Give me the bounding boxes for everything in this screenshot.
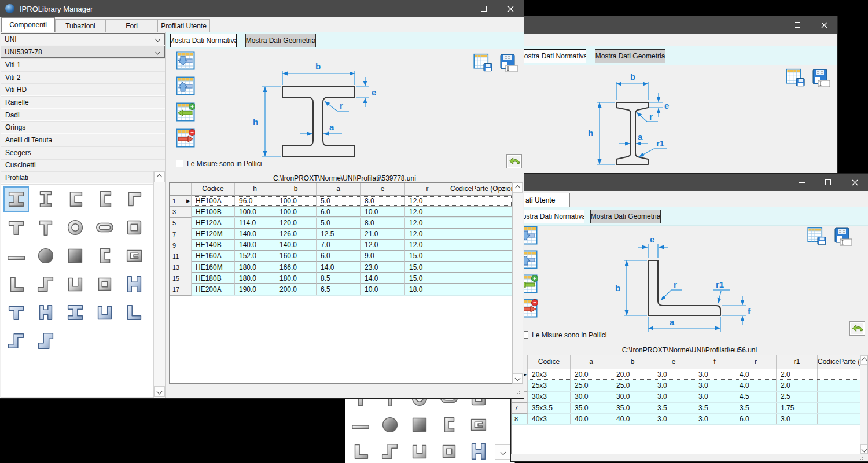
close-button[interactable] — [811, 16, 837, 34]
delete-row-button[interactable] — [176, 128, 195, 149]
undo-button[interactable] — [849, 321, 865, 336]
profile-icon-sqtube2[interactable] — [436, 439, 462, 463]
move-row-up-button[interactable] — [176, 76, 195, 97]
profile-icon-hblue[interactable] — [122, 271, 147, 297]
profile-icon-flat[interactable] — [348, 412, 373, 438]
maximize-button[interactable] — [784, 16, 811, 34]
scroll-down-button[interactable] — [495, 444, 511, 460]
icon-grid-scrollbar[interactable] — [153, 171, 165, 398]
profile-icon-tee2[interactable] — [33, 215, 58, 240]
profile-icon-channel2[interactable] — [92, 186, 117, 212]
profile-icon-ovaltube[interactable] — [92, 215, 117, 240]
profile-icon-sqtube[interactable] — [122, 215, 147, 240]
profile-icon-tee[interactable] — [3, 215, 29, 240]
tab-fori[interactable]: Fori — [106, 19, 157, 32]
scroll-up-button[interactable] — [154, 171, 165, 182]
profile-icon-sqtube2[interactable] — [92, 271, 117, 297]
table-scrollbar[interactable] — [512, 182, 523, 384]
tab-profilati-utente[interactable]: Profilati Utente — [157, 19, 210, 32]
scroll-up-button[interactable] — [513, 183, 523, 193]
table-row-40x3[interactable]: 840x340.040.03.03.06.03.0 — [512, 414, 860, 425]
profile-icon-cspecial[interactable] — [92, 243, 117, 269]
profile-icon-lblue[interactable] — [122, 300, 147, 325]
tab-tubazioni[interactable]: Tubazioni — [55, 19, 106, 32]
add-row-button[interactable] — [176, 102, 195, 123]
maximize-button[interactable] — [470, 0, 497, 17]
category-viti-hd[interactable]: Viti HD — [1, 83, 165, 96]
table-row-20x3[interactable]: 1▶20x320.020.03.03.04.02.0 — [512, 369, 860, 380]
table-row-HE180B[interactable]: 14HE180B180.0180.08.514.015.0 — [170, 273, 513, 284]
profile-icon-round[interactable] — [33, 243, 58, 269]
table-row-HE100A[interactable]: 1▶HE100A96.0100.05.08.012.0 — [170, 196, 512, 207]
table-row-HE140B[interactable]: 8HE140B140.0140.07.012.012.0 — [170, 240, 513, 251]
table-row-30x3[interactable]: 430x330.030.03.03.04.52.5 — [512, 392, 860, 403]
profile-icon-zee[interactable] — [33, 271, 58, 297]
profile-icon-cspecial[interactable] — [436, 412, 462, 438]
show-normativa-button[interactable]: Mostra Dati Normativa — [518, 210, 584, 223]
category-ranelle[interactable]: Ranelle — [1, 96, 165, 109]
table-row-35x3.5[interactable]: 635x3.535.035.03.53.53.51.75 — [512, 403, 860, 414]
table-row-HE160A[interactable]: 10HE160A152.0160.06.09.015.0 — [170, 251, 513, 262]
export-table-button[interactable] — [807, 227, 826, 247]
profile-icon-zee[interactable] — [377, 439, 403, 463]
table-row-HE120M[interactable]: 6HE120M140.0126.012.521.012.0 — [170, 229, 513, 240]
category-dadi[interactable]: Dadi — [1, 109, 165, 122]
table-scrollbar[interactable] — [860, 355, 868, 454]
profile-icon-hblue[interactable] — [466, 439, 491, 463]
profile-icon-flat[interactable] — [3, 243, 29, 269]
profile-icon-ccut[interactable] — [466, 412, 491, 438]
category-viti-1[interactable]: Viti 1 — [1, 58, 165, 71]
maximize-button[interactable] — [815, 174, 841, 191]
profile-icon-tblue[interactable] — [3, 300, 29, 325]
profile-icon-angle2[interactable] — [3, 271, 29, 297]
table-row-HE160M[interactable]: 12HE160M180.0166.014.023.015.0 — [170, 262, 513, 273]
profile-icon-channel[interactable] — [62, 186, 88, 212]
scroll-down-button[interactable] — [513, 373, 523, 383]
show-geometria-button[interactable]: Mostra Dati Geometria — [245, 34, 316, 47]
show-normativa-button[interactable]: Mostra Dati Normativa — [170, 34, 237, 47]
save-file-button[interactable] — [811, 68, 830, 89]
close-button[interactable] — [497, 0, 524, 17]
scroll-up-button[interactable] — [860, 355, 867, 365]
category-viti-2[interactable]: Viti 2 — [1, 71, 165, 84]
tab-componenti[interactable]: Componenti — [1, 17, 55, 32]
profile-icon-zchan[interactable] — [33, 328, 58, 354]
profile-icon-square[interactable] — [407, 412, 432, 438]
profile-icon-round[interactable] — [377, 412, 403, 438]
table-row-HE100B[interactable]: 2HE100B100.0100.06.010.012.0 — [170, 207, 513, 218]
category-cuscinetti[interactable]: Cuscinetti — [1, 159, 165, 172]
table-row-25x3[interactable]: 225x325.025.03.03.04.02.0 — [512, 380, 860, 391]
category-orings[interactable]: Orings — [1, 121, 165, 134]
minimize-button[interactable] — [788, 174, 815, 191]
profile-icon-zblue[interactable] — [3, 328, 29, 354]
profile-icon-angle[interactable] — [122, 186, 147, 212]
table-row-HE120A[interactable]: 4HE120A114.0120.05.08.012.0 — [170, 218, 513, 229]
save-file-button[interactable] — [833, 227, 852, 247]
norma-combobox[interactable]: UNI — [1, 33, 165, 45]
scroll-down-button[interactable] — [860, 444, 867, 454]
show-geometria-button[interactable]: Mostra Dati Geometria — [595, 49, 665, 63]
profile-icon-ublue[interactable] — [92, 300, 117, 325]
profile-icon-square[interactable] — [62, 243, 88, 269]
profile-icon-hblue2[interactable] — [33, 300, 58, 325]
profile-icon-ccut[interactable] — [122, 243, 147, 269]
show-normativa-button[interactable]: Mostra Dati Normativa — [520, 49, 586, 63]
scroll-down-button[interactable] — [154, 386, 165, 397]
profile-icon-angle2[interactable] — [348, 439, 373, 463]
category-profilati[interactable]: Profilati — [1, 171, 165, 184]
undo-button[interactable] — [506, 154, 522, 168]
profile-icon-ibeam2[interactable] — [33, 186, 58, 212]
profile-icon-iblue[interactable] — [62, 300, 88, 325]
resize-grip[interactable] — [516, 389, 520, 394]
category-seegers[interactable]: Seegers — [1, 146, 165, 159]
profile-icon-ibeam[interactable] — [3, 186, 29, 212]
resize-grip[interactable] — [859, 455, 863, 460]
standard-combobox[interactable]: UNI5397-78 — [1, 46, 165, 58]
show-geometria-button[interactable]: Mostra Dati Geometria — [590, 210, 661, 223]
minimize-button[interactable] — [444, 0, 470, 17]
profile-icon-pipe[interactable] — [62, 215, 88, 240]
export-table-button[interactable] — [786, 68, 805, 89]
close-button[interactable] — [841, 174, 868, 191]
category-anelli-di-tenuta[interactable]: Anelli di Tenuta — [1, 134, 165, 146]
profile-icon-cchan[interactable] — [407, 439, 432, 463]
